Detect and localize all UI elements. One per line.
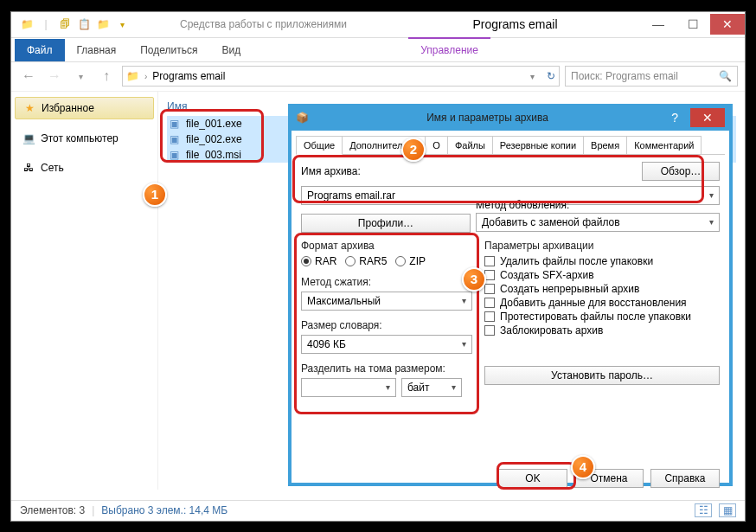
checkbox-icon (484, 325, 495, 336)
window-title: Programs email (389, 17, 641, 31)
format-radio[interactable]: RAR (301, 255, 336, 267)
split-label: Разделить на тома размером: (301, 362, 472, 375)
radio-icon (301, 256, 311, 266)
address-bar[interactable]: 📁 › Programs email ▾ ↻ (122, 66, 560, 87)
minimize-button[interactable]: — (641, 14, 676, 35)
update-method-label: Метод обновления: (476, 199, 720, 211)
tab-file[interactable]: Файл (15, 39, 65, 61)
dropdown-icon[interactable]: ▾ (530, 72, 535, 81)
tab-view[interactable]: Вид (209, 39, 253, 61)
status-elements: Элементов: 3 (20, 504, 85, 516)
file-icon: ▣ (167, 132, 181, 146)
file-name: file_002.exe (186, 133, 242, 145)
divider-icon: | (39, 17, 53, 31)
copy-icon[interactable]: 🗐 (58, 17, 72, 31)
option-checkbox[interactable]: Удалить файлы после упаковки (484, 255, 720, 267)
nav-back-icon[interactable]: ← (18, 66, 39, 87)
close-button[interactable]: ✕ (710, 14, 745, 35)
network-icon: 🖧 (22, 161, 35, 175)
profiles-button[interactable]: Профили… (301, 214, 471, 233)
search-input[interactable]: Поиск: Programs email 🔍 (565, 66, 738, 87)
split-size-select[interactable]: ▾ (301, 378, 396, 397)
winrar-icon: 📦 (296, 112, 309, 124)
status-selected: Выбрано 3 элем.: 14,4 МБ (101, 504, 227, 516)
chevron-right-icon: › (144, 72, 147, 81)
archive-name-label: Имя архива: (301, 165, 637, 177)
dialog-tab[interactable]: О (425, 136, 448, 154)
context-tab-label: Средства работы с приложениями (138, 18, 389, 30)
search-icon: 🔍 (719, 70, 732, 82)
params-label: Параметры архивации (484, 240, 720, 252)
option-checkbox[interactable]: Создать непрерывный архив (484, 283, 720, 295)
badge-2: 2 (401, 138, 426, 162)
view-large-icon[interactable]: ▦ (719, 503, 736, 517)
search-placeholder: Поиск: Programs email (571, 70, 678, 82)
sidebar-label: Этот компьютер (41, 132, 119, 144)
view-details-icon[interactable]: ☷ (695, 503, 712, 517)
radio-icon (395, 256, 406, 266)
badge-1: 1 (143, 183, 167, 207)
help-button[interactable]: Справка (650, 469, 720, 488)
sidebar-item-pc[interactable]: 💻 Этот компьютер (15, 128, 154, 149)
breadcrumb-folder[interactable]: Programs email (152, 70, 225, 82)
dict-select[interactable]: 4096 КБ▾ (301, 335, 472, 354)
radio-icon (345, 256, 356, 266)
password-button[interactable]: Установить пароль… (484, 366, 720, 385)
folder-icon: 📁 (126, 70, 139, 82)
nav-forward-icon: → (44, 66, 65, 87)
file-name: file_001.exe (186, 118, 242, 130)
maximize-button[interactable]: ☐ (676, 14, 710, 35)
split-unit-select[interactable]: байт▾ (401, 378, 462, 397)
sidebar-label: Сеть (41, 162, 64, 174)
format-radio[interactable]: ZIP (395, 255, 426, 267)
format-radio[interactable]: RAR5 (345, 255, 387, 267)
option-checkbox[interactable]: Создать SFX-архив (484, 269, 720, 281)
tab-share[interactable]: Поделиться (128, 39, 209, 61)
option-checkbox[interactable]: Заблокировать архив (484, 324, 720, 337)
star-icon: ★ (22, 101, 36, 115)
ok-button[interactable]: OK (498, 469, 567, 488)
sidebar-item-favorites[interactable]: ★ Избранное (15, 97, 154, 119)
dialog-close-button[interactable]: ✕ (690, 108, 725, 127)
checkbox-icon (484, 284, 495, 294)
nav-recent-icon[interactable]: ▾ (70, 66, 91, 87)
tab-home[interactable]: Главная (65, 39, 129, 61)
expand-ql-icon[interactable]: ▾ (115, 17, 129, 31)
dialog-tab[interactable]: Время (583, 136, 627, 154)
file-icon: ▣ (167, 148, 181, 162)
checkbox-icon (484, 298, 495, 308)
format-label: Формат архива (301, 240, 472, 252)
badge-4: 4 (571, 455, 595, 479)
update-method-select[interactable]: Добавить с заменой файлов▾ (476, 213, 720, 232)
dict-label: Размер словаря: (301, 319, 472, 331)
dialog-tab[interactable]: Резервные копии (492, 136, 584, 154)
dialog-tab[interactable]: Общие (296, 136, 343, 155)
checkbox-icon (484, 256, 495, 266)
folder-icon: 📁 (20, 17, 34, 31)
browse-button[interactable]: Обзор… (642, 162, 720, 181)
computer-icon: 💻 (22, 131, 35, 145)
nav-up-icon[interactable]: ↑ (96, 66, 117, 87)
help-icon[interactable]: ? (666, 111, 683, 125)
option-checkbox[interactable]: Добавить данные для восстановления (484, 297, 720, 309)
method-select[interactable]: Максимальный▾ (301, 292, 472, 311)
dialog-title: Имя и параметры архива (316, 112, 659, 124)
props-icon[interactable]: 📁 (96, 17, 110, 31)
sidebar-label: Избранное (42, 102, 94, 114)
refresh-icon[interactable]: ↻ (547, 70, 555, 82)
badge-3: 3 (462, 267, 486, 292)
sidebar-item-network[interactable]: 🖧 Сеть (15, 157, 154, 178)
file-name: file_003.msi (186, 149, 241, 161)
archive-dialog: 📦 Имя и параметры архива ? ✕ ОбщиеДополн… (288, 104, 733, 486)
dialog-tab[interactable]: Комментарий (626, 136, 702, 154)
tab-context[interactable]: Управление (408, 37, 490, 61)
method-label: Метод сжатия: (301, 276, 472, 288)
paste-icon[interactable]: 📋 (77, 17, 91, 31)
dialog-tab[interactable]: Файлы (447, 136, 493, 154)
option-checkbox[interactable]: Протестировать файлы после упаковки (484, 311, 720, 323)
checkbox-icon (484, 311, 495, 322)
file-icon: ▣ (167, 117, 181, 131)
